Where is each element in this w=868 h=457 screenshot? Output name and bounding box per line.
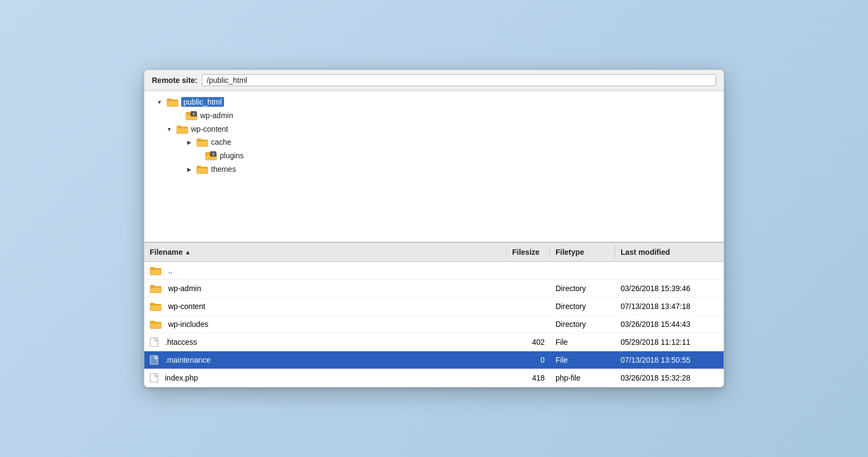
svg-text:?: ?	[193, 112, 195, 117]
svg-rect-6	[150, 374, 158, 382]
file-col-size-dotdot	[507, 263, 550, 278]
tree-item-plugins[interactable]: ▶ ? plugins	[144, 149, 724, 163]
file-name-wp-includes: wp-includes	[168, 320, 208, 329]
file-row-wp-includes[interactable]: wp-includes Directory 03/26/2018 15:44:4…	[144, 316, 724, 333]
svg-rect-4	[150, 338, 158, 346]
file-col-modified-wp-includes: 03/26/2018 15:44:43	[615, 317, 724, 332]
tree-item-wp-content[interactable]: wp-content	[144, 123, 724, 136]
remote-site-path-input[interactable]	[202, 74, 716, 86]
file-row-dotdot[interactable]: ..	[144, 262, 724, 280]
file-list-header: Filename ▲ Filesize Filetype Last modifi…	[144, 243, 724, 262]
file-rows-container: .. wp-admin Directory 03/26/2018 15:39:4…	[144, 262, 724, 387]
expand-arrow-wp-content	[165, 125, 174, 133]
question-icon-wp-admin: ?	[186, 110, 197, 121]
tree-label-plugins: plugins	[220, 151, 244, 160]
file-row-wp-content[interactable]: wp-content Directory 07/13/2018 13:47:18	[144, 298, 724, 316]
file-col-type-dotdot	[550, 263, 615, 278]
expand-arrow-cache	[185, 138, 194, 146]
file-col-type-maintenance: File	[550, 352, 615, 368]
file-col-modified-index-php: 03/26/2018 15:32:28	[615, 370, 724, 385]
tree-item-wp-admin[interactable]: ▶ ? wp-admin	[144, 108, 724, 123]
file-name-dotdot: ..	[168, 266, 173, 275]
col-header-filename[interactable]: Filename ▲	[144, 246, 507, 259]
svg-text:?: ?	[212, 152, 215, 157]
file-name-maintenance: .maintenance	[165, 356, 210, 364]
file-name-wp-admin: wp-admin	[168, 284, 201, 293]
tree-label-public-html: public_html	[181, 97, 224, 107]
folder-icon-public-html	[167, 97, 178, 107]
tree-label-wp-content: wp-content	[191, 125, 228, 133]
file-row-htaccess[interactable]: .htaccess 402 File 05/29/2018 11:12:11	[144, 333, 724, 351]
folder-icon-wp-admin	[150, 284, 162, 293]
directory-tree: public_html ▶ ? wp-admin	[144, 91, 724, 243]
file-icon-index-php	[150, 373, 158, 383]
file-row-maintenance[interactable]: .maintenance 0 File 07/13/2018 13:50:55	[144, 351, 724, 369]
expand-arrow-themes	[185, 165, 194, 173]
file-col-type-wp-includes: Directory	[550, 317, 615, 332]
file-name-htaccess: .htaccess	[165, 338, 197, 346]
remote-site-label: Remote site:	[152, 76, 197, 85]
filename-col-label: Filename	[150, 248, 183, 256]
col-header-filesize[interactable]: Filesize	[507, 246, 550, 259]
folder-icon-dotdot	[150, 266, 162, 275]
file-col-type-htaccess: File	[550, 334, 615, 350]
file-col-modified-htaccess: 05/29/2018 11:12:11	[615, 334, 724, 350]
file-row-wp-admin[interactable]: wp-admin Directory 03/26/2018 15:39:46	[144, 280, 724, 298]
tree-label-themes: themes	[211, 165, 236, 173]
col-header-filetype[interactable]: Filetype	[550, 246, 615, 259]
folder-icon-cache	[196, 137, 208, 147]
svg-rect-5	[150, 356, 158, 364]
folder-icon-wp-includes	[150, 319, 162, 329]
file-col-type-wp-content: Directory	[550, 299, 615, 314]
file-col-modified-dotdot	[615, 263, 724, 278]
file-col-name-wp-admin: wp-admin	[144, 281, 507, 296]
file-icon-htaccess	[150, 337, 158, 347]
tree-item-themes[interactable]: themes	[144, 163, 724, 176]
folder-icon-wp-content	[176, 124, 188, 134]
file-col-size-htaccess: 402	[507, 334, 550, 350]
sort-arrow-filename: ▲	[185, 249, 191, 255]
file-col-name-maintenance: .maintenance	[144, 352, 507, 368]
file-col-name-wp-content: wp-content	[144, 299, 507, 314]
tree-item-public-html[interactable]: public_html	[144, 95, 724, 108]
file-col-size-index-php: 418	[507, 370, 550, 385]
file-col-size-wp-includes	[507, 317, 550, 332]
file-col-size-wp-content	[507, 299, 550, 314]
expand-arrow-public-html	[155, 98, 164, 106]
ftp-window: Remote site: public_html ▶	[144, 69, 724, 388]
file-icon-maintenance	[150, 355, 158, 365]
folder-icon-themes	[196, 164, 208, 174]
file-col-modified-maintenance: 07/13/2018 13:50:55	[615, 352, 724, 368]
file-col-size-maintenance: 0	[507, 352, 550, 368]
file-col-name-htaccess: .htaccess	[144, 334, 507, 350]
question-icon-plugins: ?	[205, 150, 217, 161]
remote-site-bar: Remote site:	[144, 70, 724, 91]
file-col-name-dotdot: ..	[144, 263, 507, 278]
file-col-size-wp-admin	[507, 281, 550, 296]
file-name-wp-content: wp-content	[168, 302, 205, 311]
tree-label-wp-admin: wp-admin	[200, 111, 233, 120]
col-header-last-modified[interactable]: Last modified	[615, 246, 724, 259]
file-row-index-php[interactable]: index.php 418 php-file 03/26/2018 15:32:…	[144, 369, 724, 387]
file-col-name-index-php: index.php	[144, 370, 507, 385]
folder-icon-wp-content	[150, 301, 162, 311]
file-list-panel: Filename ▲ Filesize Filetype Last modifi…	[144, 243, 724, 387]
tree-label-cache: cache	[211, 138, 231, 146]
file-name-index-php: index.php	[165, 374, 198, 382]
tree-item-cache[interactable]: cache	[144, 136, 724, 149]
file-col-modified-wp-admin: 03/26/2018 15:39:46	[615, 281, 724, 296]
file-col-name-wp-includes: wp-includes	[144, 317, 507, 332]
file-col-type-wp-admin: Directory	[550, 281, 615, 296]
file-col-type-index-php: php-file	[550, 370, 615, 385]
file-col-modified-wp-content: 07/13/2018 13:47:18	[615, 299, 724, 314]
